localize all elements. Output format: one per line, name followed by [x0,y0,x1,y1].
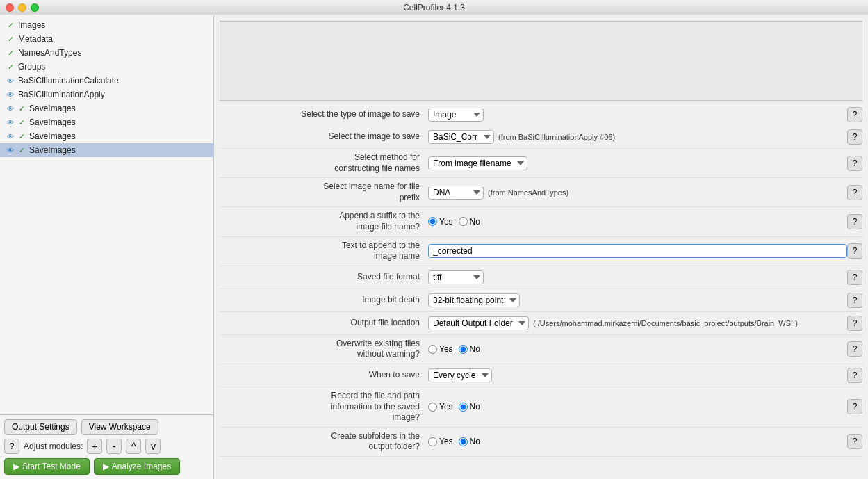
append-no-radio[interactable] [459,217,468,226]
image-type-help[interactable]: ? [847,107,862,122]
bit-depth-control: 32-bit floating point [428,293,847,307]
image-to-save-select-wrapper: BaSiC_Corr [428,130,494,144]
image-to-save-control: BaSiC_Corr (from BaSiCIlluminationApply … [428,130,847,144]
append-suffix-label: Append a suffix to theimage file name? [220,211,428,232]
record-no-radio[interactable] [459,403,468,412]
image-to-save-extra: (from BaSiCIlluminationApply #06) [498,133,615,141]
eye-icon: 👁 [6,76,15,86]
maximize-button[interactable] [31,3,39,12]
file-format-help[interactable]: ? [847,270,862,285]
eye-icon: 👁 [6,145,15,155]
sidebar-item-basicillumcalc[interactable]: 👁 BaSiCIlluminationCalculate [0,74,213,88]
sidebar-item-basicillumapply[interactable]: 👁 BaSiCIlluminationApply [0,88,213,102]
play-icon: ▶ [13,462,19,471]
method-construct-select[interactable]: From image filename [428,156,527,170]
subfolders-no-radio[interactable] [459,437,468,446]
overwrite-yes-label[interactable]: Yes [428,344,453,354]
analyze-images-button[interactable]: ▶ Analyze Images [94,458,180,475]
record-no-label[interactable]: No [459,402,480,412]
method-construct-label: Select method forconstructing file names [220,152,428,174]
text-append-input[interactable] [428,244,847,258]
when-to-save-select[interactable]: Every cycle [428,368,492,382]
file-format-select[interactable]: tiff [428,270,484,284]
image-prefix-row: Select image name for fileprefix DNA (fr… [220,178,862,207]
append-yes-radio[interactable] [428,217,437,226]
create-subfolders-label: Create subfolders in theoutput folder? [220,431,428,453]
subfolders-yes-radio[interactable] [428,437,437,446]
minimize-button[interactable] [18,3,26,12]
overwrite-no-text: No [470,344,480,354]
subfolders-no-label[interactable]: No [459,437,480,446]
append-no-text: No [470,217,480,227]
traffic-lights [6,3,39,12]
output-location-help[interactable]: ? [847,316,862,331]
sidebar-item-metadata[interactable]: ✓ Metadata [0,32,213,46]
sidebar-item-saveimages4[interactable]: 👁 ✓ SaveImages [0,143,213,157]
eye-icon: 👁 [6,104,15,113]
append-suffix-help[interactable]: ? [847,214,862,229]
main-content: Select the type of image to save Image ?… [214,15,868,479]
bit-depth-select[interactable]: 32-bit floating point [428,293,520,307]
add-module-button[interactable]: + [87,439,102,454]
sidebar-item-saveimages1[interactable]: 👁 ✓ SaveImages [0,102,213,115]
sidebar-item-namesandtypes[interactable]: ✓ NamesAndTypes [0,46,213,60]
adjust-row: ? Adjust modules: + - ^ v [4,439,209,454]
when-to-save-help[interactable]: ? [847,368,862,383]
create-subfolders-help[interactable]: ? [847,434,862,449]
eye-icon: 👁 [6,131,15,141]
subfolders-yes-label[interactable]: Yes [428,437,453,446]
append-yes-text: Yes [439,217,453,227]
bit-depth-select-wrapper: 32-bit floating point [428,293,520,307]
record-file-row: Record the file and pathinformation to t… [220,387,862,428]
append-yes-label[interactable]: Yes [428,217,453,227]
remove-module-button[interactable]: - [106,439,122,454]
append-no-label[interactable]: No [459,217,480,227]
record-file-control: Yes No [428,402,847,412]
file-format-label: Saved file format [220,272,428,283]
method-construct-help[interactable]: ? [847,156,862,171]
sidebar-item-images[interactable]: ✓ Images [0,18,213,32]
file-format-row: Saved file format tiff ? [220,266,862,289]
sidebar-item-groups[interactable]: ✓ Groups [0,60,213,74]
record-file-help[interactable]: ? [847,399,862,414]
image-to-save-row: Select the image to save BaSiC_Corr (fro… [220,126,862,149]
close-button[interactable] [6,3,14,12]
image-prefix-select[interactable]: DNA [428,186,484,200]
sidebar-list: ✓ Images ✓ Metadata ✓ NamesAndTypes [0,15,213,414]
overwrite-help[interactable]: ? [847,341,862,357]
sidebar-item-saveimages3[interactable]: 👁 ✓ SaveImages [0,129,213,143]
sidebar-item-saveimages2[interactable]: 👁 ✓ SaveImages [0,115,213,129]
output-settings-button[interactable]: Output Settings [4,419,77,435]
image-prefix-extra: (from NamesAndTypes) [488,188,568,197]
file-format-select-wrapper: tiff [428,270,484,284]
image-to-save-select[interactable]: BaSiC_Corr [428,130,494,144]
overwrite-no-label[interactable]: No [459,344,480,354]
move-up-button[interactable]: ^ [126,439,141,454]
output-location-select[interactable]: Default Output Folder [428,316,529,330]
text-append-label: Text to append to theimage name [220,241,428,262]
sidebar-bottom: Output Settings View Workspace ? Adjust … [0,414,213,479]
overwrite-row: Overwrite existing fileswithout warning?… [220,335,862,364]
overwrite-control: Yes No [428,344,847,354]
record-yes-radio[interactable] [428,403,437,412]
check-icon: ✓ [6,48,15,58]
overwrite-no-radio[interactable] [459,345,468,354]
bit-depth-help[interactable]: ? [847,293,862,308]
image-preview [220,21,862,101]
help-button[interactable]: ? [4,439,19,454]
create-subfolders-control: Yes No [428,437,847,446]
content-panel: Select the type of image to save Image ?… [214,15,868,479]
view-workspace-button[interactable]: View Workspace [81,419,158,435]
image-prefix-help[interactable]: ? [847,185,862,200]
image-type-label: Select the type of image to save [220,109,428,120]
text-append-help[interactable]: ? [847,243,862,259]
adjust-label: Adjust modules: [24,441,83,451]
settings-area: Select the type of image to save Image ?… [214,101,868,460]
image-type-select[interactable]: Image [428,108,484,122]
image-to-save-help[interactable]: ? [847,129,862,145]
subfolders-yes-text: Yes [439,437,453,446]
move-down-button[interactable]: v [145,439,161,454]
overwrite-yes-radio[interactable] [428,345,437,354]
start-test-mode-button[interactable]: ▶ Start Test Mode [4,458,90,475]
record-yes-label[interactable]: Yes [428,402,453,412]
